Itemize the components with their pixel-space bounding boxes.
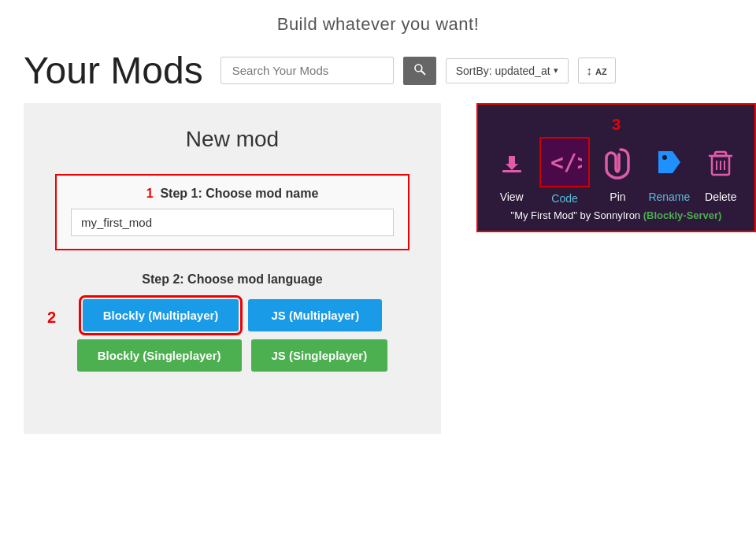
page-title: Your Mods bbox=[24, 49, 203, 92]
view-icon bbox=[488, 139, 536, 186]
sort-az-button[interactable]: ↕ AZ bbox=[578, 57, 616, 83]
page-tagline: Build whatever you want! bbox=[0, 0, 756, 43]
mod-name-input[interactable] bbox=[71, 209, 394, 236]
new-mod-panel: New mod 1 Step 1: Choose mod name Step 2… bbox=[24, 103, 441, 434]
singleplayer-row: Blockly (Singleplayer) JS (Singleplayer) bbox=[77, 339, 387, 372]
js-multiplayer-button[interactable]: JS (Multiplayer) bbox=[248, 299, 382, 331]
action-footer: "My First Mod" by SonnyIron (Blockly-Ser… bbox=[486, 209, 747, 221]
step2-section: Step 2: Choose mod language 2 Blockly (M… bbox=[55, 272, 410, 372]
multiplayer-row: Blockly (Multiplayer) JS (Multiplayer) bbox=[83, 299, 383, 331]
step1-box: 1 Step 1: Choose mod name bbox=[55, 174, 410, 250]
language-buttons: Blockly (Multiplayer) JS (Multiplayer) B… bbox=[77, 299, 387, 372]
step1-number: 1 bbox=[146, 187, 154, 200]
main-content: New mod 1 Step 1: Choose mod name Step 2… bbox=[0, 103, 756, 434]
pin-label: Pin bbox=[610, 191, 625, 203]
action-panel: 3 View </> bbox=[476, 103, 756, 232]
rename-icon bbox=[646, 139, 693, 186]
code-action[interactable]: </> Code bbox=[539, 137, 590, 205]
action-icons-row: View </> Code bbox=[486, 137, 747, 205]
code-icon-wrapper: </> bbox=[539, 137, 590, 187]
pin-icon bbox=[594, 139, 641, 186]
step1-label: 1 Step 1: Choose mod name bbox=[71, 187, 394, 201]
svg-rect-3 bbox=[502, 170, 521, 172]
sort-label: SortBy: updated_at bbox=[456, 65, 550, 77]
js-singleplayer-button[interactable]: JS (Singleplayer) bbox=[251, 339, 388, 372]
rename-action[interactable]: Rename bbox=[646, 139, 693, 203]
search-button[interactable] bbox=[403, 57, 436, 85]
search-icon bbox=[413, 63, 426, 76]
page-header: Your Mods SortBy: updated_at ▾ ↕ AZ bbox=[0, 43, 756, 103]
delete-label: Delete bbox=[705, 191, 736, 203]
search-input[interactable] bbox=[220, 57, 394, 84]
pin-action[interactable]: Pin bbox=[594, 139, 641, 203]
chevron-down-icon: ▾ bbox=[554, 65, 558, 76]
blockly-multiplayer-button[interactable]: Blockly (Multiplayer) bbox=[83, 299, 239, 331]
sort-by-button[interactable]: SortBy: updated_at ▾ bbox=[446, 58, 569, 83]
action-panel-number: 3 bbox=[486, 116, 747, 134]
footer-highlight: (Blockly-Server) bbox=[643, 209, 722, 221]
step2-label: Step 2: Choose mod language bbox=[55, 272, 410, 287]
footer-text: "My First Mod" by SonnyIron bbox=[511, 209, 641, 221]
svg-text:</>: </> bbox=[550, 150, 582, 176]
view-label: View bbox=[500, 191, 524, 203]
svg-rect-5 bbox=[598, 143, 636, 181]
sort-az-icon: ↕ bbox=[587, 64, 593, 77]
blockly-singleplayer-button[interactable]: Blockly (Singleplayer) bbox=[77, 339, 242, 372]
svg-point-7 bbox=[662, 155, 667, 160]
code-label: Code bbox=[551, 192, 577, 205]
sort-az-label: AZ bbox=[595, 67, 607, 76]
new-mod-title: New mod bbox=[55, 127, 410, 152]
code-icon: </> bbox=[547, 145, 582, 180]
delete-icon bbox=[697, 139, 744, 186]
rename-label: Rename bbox=[648, 191, 690, 203]
view-action[interactable]: View bbox=[488, 139, 536, 203]
delete-action[interactable]: Delete bbox=[697, 139, 744, 203]
svg-line-1 bbox=[421, 71, 424, 74]
step2-number-badge: 2 bbox=[47, 309, 56, 327]
